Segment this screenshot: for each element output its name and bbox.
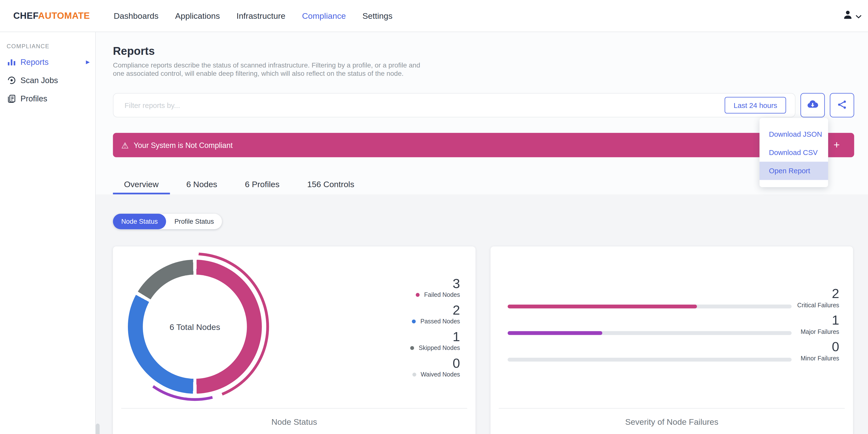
tab-overview[interactable]: Overview bbox=[113, 176, 170, 194]
waived-dot-icon bbox=[412, 372, 416, 376]
critical-label: Critical Failures bbox=[797, 301, 839, 309]
menu-item-download-json[interactable]: Download JSON bbox=[760, 125, 828, 144]
expand-plus-icon[interactable]: + bbox=[834, 139, 840, 151]
donut-center-label: 6 Total Nodes bbox=[121, 252, 269, 401]
bar-chart-icon bbox=[7, 57, 16, 66]
chef-automate-app: CHEFAUTOMATE Dashboards Applications Inf… bbox=[0, 0, 868, 434]
passed-count: 2 bbox=[453, 303, 460, 317]
user-profile-icon bbox=[842, 9, 853, 22]
node-status-legend: 3 Failed Nodes 2 Passed Nodes 1 Skipped … bbox=[410, 276, 460, 382]
download-menu: Download JSON Download CSV Open Report bbox=[760, 118, 828, 187]
critical-count: 2 bbox=[832, 286, 839, 301]
primary-nav: Dashboards Applications Infrastructure C… bbox=[105, 11, 401, 21]
sidebar-item-scan-jobs[interactable]: Scan Jobs bbox=[0, 71, 95, 89]
nav-infrastructure[interactable]: Infrastructure bbox=[228, 11, 294, 21]
waived-count: 0 bbox=[453, 356, 460, 370]
documents-stack-icon bbox=[7, 94, 16, 103]
filter-input[interactable] bbox=[124, 100, 725, 110]
sidebar-item-label: Scan Jobs bbox=[21, 75, 58, 84]
logo-chef-text: CHEF bbox=[13, 10, 38, 21]
tab-profiles[interactable]: 6 Profiles bbox=[234, 176, 291, 194]
time-range-button[interactable]: Last 24 hours bbox=[725, 97, 786, 114]
nav-dashboards[interactable]: Dashboards bbox=[105, 11, 167, 21]
share-button[interactable] bbox=[830, 93, 854, 118]
critical-failures-row: 2 Critical Failures bbox=[490, 286, 853, 313]
scrollbar-thumb[interactable] bbox=[96, 424, 100, 434]
tab-controls[interactable]: 156 Controls bbox=[296, 176, 365, 194]
filter-input-container: Last 24 hours bbox=[113, 93, 796, 118]
minor-failures-row: 0 Minor Failures bbox=[490, 339, 853, 366]
toggle-profile-status[interactable]: Profile Status bbox=[166, 214, 222, 229]
waived-label: Waived Nodes bbox=[421, 370, 460, 378]
major-count: 1 bbox=[832, 313, 839, 327]
page-description-line-2: one associated control, will enable deep… bbox=[113, 69, 420, 78]
major-bar-fill bbox=[508, 331, 602, 335]
share-icon bbox=[836, 99, 847, 112]
banner-message: Your System is Not Compliant bbox=[134, 141, 232, 149]
sidebar-item-reports[interactable]: Reports ▶ bbox=[0, 53, 95, 71]
failed-count: 3 bbox=[453, 276, 460, 291]
minor-count: 0 bbox=[832, 339, 839, 354]
node-status-donut-zone: 6 Total Nodes bbox=[121, 252, 269, 401]
status-toggle: Node Status Profile Status bbox=[113, 214, 222, 229]
legend-item-failed: 3 Failed Nodes bbox=[416, 276, 460, 299]
sidebar-item-profiles[interactable]: Profiles bbox=[0, 89, 95, 107]
report-tabs: Overview 6 Nodes 6 Profiles 156 Controls bbox=[113, 176, 365, 194]
sidebar-section-title: COMPLIANCE bbox=[7, 43, 95, 49]
skipped-count: 1 bbox=[453, 330, 460, 344]
passed-dot-icon bbox=[412, 319, 416, 323]
logo-automate-text: AUTOMATE bbox=[38, 10, 90, 21]
sidebar: COMPLIANCE Reports ▶ Scan Jobs Profiles bbox=[0, 32, 96, 434]
minor-label: Minor Failures bbox=[801, 354, 839, 362]
menu-item-download-csv[interactable]: Download CSV bbox=[760, 144, 828, 162]
major-bar-track bbox=[508, 331, 792, 335]
card-divider bbox=[499, 408, 845, 409]
skipped-label: Skipped Nodes bbox=[419, 344, 460, 352]
page-description: Compliance reports describe the status o… bbox=[113, 61, 420, 78]
passed-label: Passed Nodes bbox=[421, 317, 460, 325]
chef-automate-logo[interactable]: CHEFAUTOMATE bbox=[13, 10, 90, 21]
expand-right-icon: ▶ bbox=[86, 59, 90, 65]
chevron-down-icon bbox=[856, 11, 861, 21]
sidebar-item-label: Reports bbox=[21, 57, 49, 66]
severity-caption: Severity of Node Failures bbox=[490, 417, 853, 427]
download-button[interactable] bbox=[801, 93, 825, 118]
major-label: Major Failures bbox=[801, 328, 839, 336]
top-nav-bar: CHEFAUTOMATE Dashboards Applications Inf… bbox=[0, 0, 868, 32]
tab-nodes[interactable]: 6 Nodes bbox=[175, 176, 228, 194]
nav-compliance[interactable]: Compliance bbox=[294, 11, 354, 21]
warning-icon: ⚠ bbox=[121, 141, 129, 149]
card-divider bbox=[121, 408, 467, 409]
minor-bar-track bbox=[508, 358, 792, 362]
menu-item-open-report[interactable]: Open Report bbox=[760, 162, 828, 180]
failed-label: Failed Nodes bbox=[424, 291, 460, 299]
filter-toolbar: Last 24 hours bbox=[113, 93, 855, 118]
sidebar-item-label: Profiles bbox=[21, 94, 47, 102]
nav-applications[interactable]: Applications bbox=[167, 11, 228, 21]
nav-settings[interactable]: Settings bbox=[354, 11, 401, 21]
failed-dot-icon bbox=[416, 293, 420, 297]
node-status-card: 6 Total Nodes 3 Failed Nodes 2 Passed No… bbox=[113, 246, 475, 434]
skipped-dot-icon bbox=[410, 346, 414, 350]
overview-charts: 6 Total Nodes 3 Failed Nodes 2 Passed No… bbox=[113, 246, 853, 434]
page-description-line-1: Compliance reports describe the status o… bbox=[113, 61, 420, 69]
page-title: Reports bbox=[113, 45, 155, 58]
compliance-banner: ⚠ Your System is Not Compliant ta + bbox=[113, 133, 855, 157]
scanner-target-icon bbox=[7, 75, 16, 85]
node-status-caption: Node Status bbox=[113, 417, 475, 427]
toggle-node-status[interactable]: Node Status bbox=[113, 214, 166, 229]
user-menu[interactable] bbox=[842, 9, 861, 22]
legend-item-passed: 2 Passed Nodes bbox=[412, 303, 460, 325]
legend-item-waived: 0 Waived Nodes bbox=[412, 356, 460, 378]
critical-bar-track bbox=[508, 305, 792, 309]
legend-item-skipped: 1 Skipped Nodes bbox=[410, 330, 460, 352]
cloud-download-icon bbox=[807, 98, 819, 112]
major-failures-row: 1 Major Failures bbox=[490, 313, 853, 339]
severity-card: 2 Critical Failures 1 Major Failures 0 M… bbox=[490, 246, 853, 434]
critical-bar-fill bbox=[508, 305, 697, 309]
